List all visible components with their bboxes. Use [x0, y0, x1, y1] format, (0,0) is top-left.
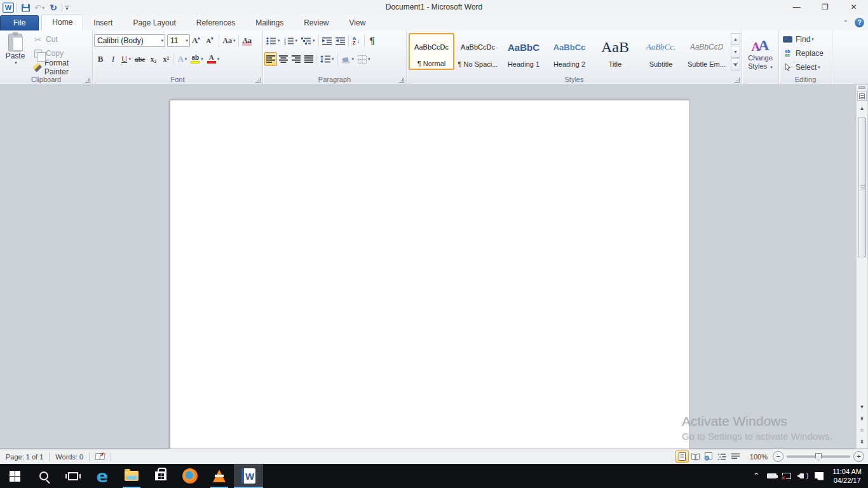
replace-button[interactable]: abac Replace — [780, 46, 831, 60]
document-page[interactable] — [170, 100, 689, 449]
restore-window-button[interactable]: ❐ — [811, 0, 839, 14]
styles-dialog-launcher[interactable] — [735, 78, 740, 83]
zoom-slider-thumb[interactable] — [815, 453, 822, 461]
file-explorer-taskbar-button[interactable] — [117, 464, 146, 488]
fullscreen-reading-view-button[interactable] — [689, 451, 702, 463]
superscript-button[interactable]: x² — [159, 52, 172, 66]
search-button[interactable] — [29, 464, 58, 488]
zoom-out-button[interactable]: − — [773, 451, 783, 462]
draft-view-button[interactable] — [729, 451, 742, 463]
show-hide-marks-button[interactable]: ¶ — [366, 34, 379, 48]
styles-scroll-up-button[interactable]: ▲ — [731, 33, 740, 45]
format-painter-button[interactable]: Format Painter — [31, 60, 91, 74]
ruler-toggle-button[interactable] — [857, 91, 867, 101]
find-button[interactable]: Find▾ — [780, 32, 831, 46]
multilevel-list-button[interactable]: ▾ — [299, 34, 317, 48]
style-title[interactable]: AaB Title — [593, 33, 637, 70]
web-layout-view-button[interactable] — [702, 451, 715, 463]
italic-button[interactable]: I — [107, 52, 119, 66]
network-tray-button[interactable] — [779, 464, 794, 488]
numbering-button[interactable]: 123▾ — [282, 34, 300, 48]
tab-file[interactable]: File — [0, 15, 39, 30]
tab-page-layout[interactable]: Page Layout — [123, 16, 186, 30]
zoom-in-button[interactable]: + — [853, 451, 864, 462]
edge-taskbar-button[interactable]: e — [88, 464, 117, 488]
scroll-up-button[interactable]: ▲ — [857, 103, 867, 113]
split-handle[interactable] — [858, 86, 865, 89]
tab-mailings[interactable]: Mailings — [245, 16, 294, 30]
select-browse-object-button[interactable]: ○ — [857, 425, 867, 435]
borders-button[interactable]: ▾ — [356, 52, 372, 66]
scrollbar-thumb[interactable] — [858, 118, 866, 257]
font-size-dropdown-icon[interactable]: ▾ — [186, 38, 188, 43]
clock[interactable]: 11:04 AM 04/22/17 — [829, 467, 868, 485]
select-button[interactable]: Select▾ — [780, 60, 831, 74]
vlc-taskbar-button[interactable] — [205, 464, 234, 488]
print-layout-view-button[interactable] — [675, 451, 689, 463]
tab-view[interactable]: View — [339, 16, 376, 30]
zoom-level-button[interactable]: 100% — [750, 453, 768, 461]
start-button[interactable] — [0, 464, 29, 488]
decrease-indent-button[interactable] — [320, 34, 334, 48]
styles-more-button[interactable]: ▼ — [731, 58, 740, 71]
font-dialog-launcher[interactable] — [255, 78, 261, 83]
styles-scroll-down-button[interactable]: ▼ — [731, 46, 740, 58]
store-taskbar-button[interactable] — [146, 464, 175, 488]
align-right-button[interactable] — [290, 52, 302, 66]
volume-tray-button[interactable] — [794, 464, 810, 488]
tab-references[interactable]: References — [186, 16, 245, 30]
subscript-button[interactable]: x₂ — [147, 52, 159, 66]
proofing-status-button[interactable] — [90, 449, 111, 464]
clipboard-dialog-launcher[interactable] — [85, 78, 90, 83]
outline-view-button[interactable] — [715, 451, 729, 463]
font-size-combobox[interactable]: 11 ▾ — [167, 34, 190, 47]
shrink-font-button[interactable]: A▼ — [204, 34, 217, 48]
change-styles-button[interactable]: AA Change Styles ▾ — [742, 30, 779, 85]
tab-insert[interactable]: Insert — [83, 16, 123, 30]
text-highlight-button[interactable]: ab▾ — [189, 52, 205, 66]
font-family-dropdown-icon[interactable]: ▾ — [161, 38, 163, 43]
paragraph-dialog-launcher[interactable] — [399, 78, 404, 83]
close-window-button[interactable]: ✕ — [839, 0, 868, 14]
vertical-scrollbar[interactable]: ▲ ▼ ⇞ ○ ⇟ — [856, 85, 867, 449]
next-page-button[interactable]: ⇟ — [857, 437, 867, 446]
help-icon[interactable]: ? — [855, 18, 864, 27]
style-subtitle[interactable]: AaBbCc. Subtitle — [639, 33, 683, 70]
font-color-button[interactable]: A▾ — [205, 52, 222, 66]
style-normal[interactable]: AaBbCcDc ¶ Normal — [409, 33, 454, 70]
previous-page-button[interactable]: ⇞ — [857, 414, 867, 423]
underline-button[interactable]: U▾ — [119, 52, 133, 66]
style-no-spacing[interactable]: AaBbCcDc ¶ No Spaci... — [456, 33, 500, 70]
font-family-combobox[interactable]: Calibri (Body) ▾ — [94, 34, 165, 47]
bold-button[interactable]: B — [94, 52, 107, 66]
action-center-button[interactable] — [810, 464, 829, 488]
change-case-button[interactable]: Aa▾ — [220, 34, 237, 48]
sort-button[interactable]: AZ↓ — [350, 34, 363, 48]
align-left-button[interactable] — [264, 52, 277, 66]
zoom-slider[interactable] — [787, 456, 850, 458]
grow-font-button[interactable]: A▲ — [190, 34, 204, 48]
clear-formatting-button[interactable]: Aa — [240, 34, 254, 48]
justify-button[interactable] — [302, 52, 315, 66]
increase-indent-button[interactable] — [334, 34, 347, 48]
word-count-indicator[interactable]: Words: 0 — [50, 449, 89, 464]
task-view-button[interactable] — [58, 464, 88, 488]
style-heading-2[interactable]: AaBbCc Heading 2 — [547, 33, 592, 70]
battery-tray-button[interactable] — [764, 464, 779, 488]
shading-button[interactable]: ▾ — [339, 52, 356, 66]
page-count-indicator[interactable]: Page: 1 of 1 — [0, 449, 49, 464]
paste-dropdown-icon[interactable]: ▾ — [3, 60, 29, 65]
tray-expand-button[interactable]: ⌃ — [749, 464, 764, 488]
line-spacing-button[interactable]: ▾ — [318, 52, 336, 66]
text-effects-button[interactable]: A▾ — [175, 52, 189, 66]
style-heading-1[interactable]: AaBbC Heading 1 — [501, 33, 546, 70]
firefox-taskbar-button[interactable] — [175, 464, 205, 488]
align-center-button[interactable] — [277, 52, 290, 66]
scroll-down-button[interactable]: ▼ — [857, 402, 867, 412]
tab-review[interactable]: Review — [294, 16, 339, 30]
tab-home[interactable]: Home — [41, 15, 83, 30]
minimize-ribbon-icon[interactable]: ⌃ — [843, 19, 848, 26]
cut-button[interactable]: ✂ Cut — [31, 32, 91, 46]
bullets-button[interactable]: ▾ — [264, 34, 282, 48]
word-taskbar-button[interactable]: W — [234, 464, 263, 488]
